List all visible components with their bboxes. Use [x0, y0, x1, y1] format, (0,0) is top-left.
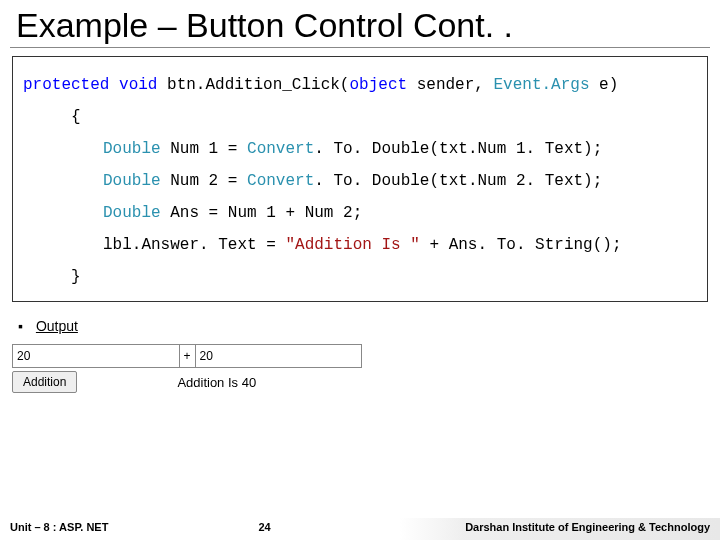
code-line-2: Double Num 1 = Convert. To. Double(txt.N…: [23, 133, 697, 165]
keyword-protected: protected: [23, 76, 109, 94]
bullet-icon: ▪: [18, 318, 32, 334]
code-line-5: lbl.Answer. Text = "Addition Is " + Ans.…: [23, 229, 697, 261]
output-heading-row: ▪ Output: [0, 316, 720, 344]
title-underline: [10, 47, 710, 48]
addition-button[interactable]: Addition: [12, 371, 77, 393]
demo-input-row: 20 + 20: [12, 344, 362, 368]
class-eventargs: Event.Args: [494, 76, 590, 94]
class-convert: Convert: [247, 140, 314, 158]
num2-input[interactable]: 20: [196, 345, 362, 367]
slide-title: Example – Button Control Cont. .: [0, 0, 720, 47]
class-double: Double: [103, 172, 161, 190]
code-line-4: Double Ans = Num 1 + Num 2;: [23, 197, 697, 229]
plus-label: +: [180, 345, 196, 367]
keyword-void: void: [119, 76, 157, 94]
footer-unit: Unit – 8 : ASP. NET: [10, 521, 108, 533]
code-text: Num 2 =: [161, 172, 247, 190]
code-text: btn.Addition_Click(: [157, 76, 349, 94]
string-literal: "Addition Is ": [285, 236, 419, 254]
code-block: protected void btn.Addition_Click(object…: [12, 56, 708, 302]
code-text: Ans = Num 1 + Num 2;: [161, 204, 363, 222]
result-label: Addition Is 40: [177, 375, 256, 390]
code-text: sender,: [407, 76, 493, 94]
output-demo: 20 + 20 Addition Addition Is 40: [12, 344, 708, 393]
code-line-1: protected void btn.Addition_Click(object…: [23, 69, 697, 101]
code-text: + Ans. To. String();: [420, 236, 622, 254]
output-heading: Output: [36, 318, 78, 334]
code-text: lbl.Answer. Text =: [103, 236, 285, 254]
code-text: e): [590, 76, 619, 94]
code-brace-close: }: [23, 261, 697, 293]
footer-institute: Darshan Institute of Engineering & Techn…: [465, 521, 710, 533]
keyword-object: object: [349, 76, 407, 94]
class-double: Double: [103, 140, 161, 158]
class-double: Double: [103, 204, 161, 222]
code-brace-open: {: [23, 101, 697, 133]
footer-page-number: 24: [108, 521, 465, 533]
num1-input[interactable]: 20: [13, 345, 180, 367]
code-text: . To. Double(txt.Num 2. Text);: [314, 172, 602, 190]
code-text: . To. Double(txt.Num 1. Text);: [314, 140, 602, 158]
footer: Unit – 8 : ASP. NET 24 Darshan Institute…: [0, 514, 720, 540]
code-line-3: Double Num 2 = Convert. To. Double(txt.N…: [23, 165, 697, 197]
code-text: Num 1 =: [161, 140, 247, 158]
class-convert: Convert: [247, 172, 314, 190]
demo-result-row: Addition Addition Is 40: [12, 371, 708, 393]
